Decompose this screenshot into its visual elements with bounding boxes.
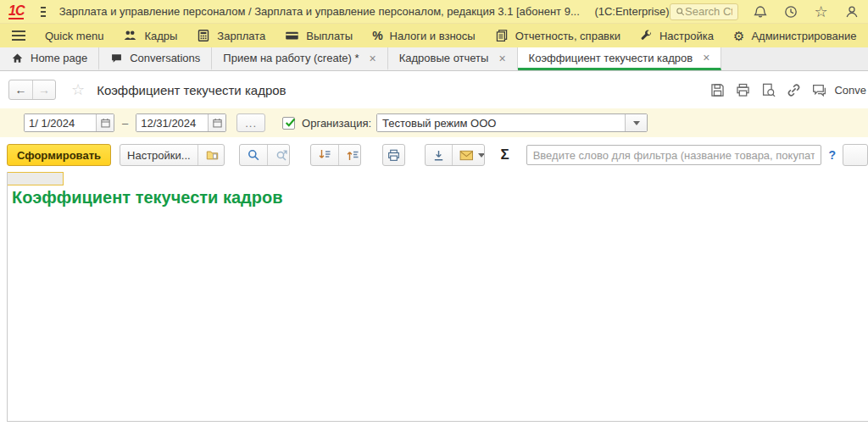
menu-item-kadry[interactable]: Кадры — [123, 29, 177, 42]
close-icon[interactable]: × — [370, 52, 376, 65]
organization-checkbox[interactable] — [282, 117, 295, 130]
quick-filter-input[interactable] — [526, 145, 822, 165]
period-from-field — [24, 113, 114, 132]
card-icon — [285, 29, 299, 42]
global-search[interactable] — [670, 3, 738, 20]
menu-item-nastroyka[interactable]: Настройка — [640, 30, 714, 42]
expand-groups-button[interactable] — [311, 145, 338, 165]
window-title-suffix: (1C:Enterprise) — [594, 5, 669, 18]
tab-kadrovye-otchety[interactable]: Кадровые отчеты × — [388, 47, 518, 70]
user-support-icon[interactable] — [843, 3, 860, 19]
period-from-input[interactable] — [25, 114, 96, 131]
expand-levels-icon — [318, 148, 331, 162]
conversations-icon[interactable] — [811, 82, 827, 98]
find-button[interactable] — [240, 145, 267, 165]
tab-conversations[interactable]: Conversations — [99, 47, 212, 70]
chevron-down-icon — [478, 153, 485, 158]
notifications-bell-icon[interactable] — [752, 3, 768, 19]
report-window-title: Коэффициент текучести кадров — [97, 83, 286, 97]
tab-koeffitsient-tekuchesti[interactable]: Коэффициент текучести кадров × — [518, 47, 722, 70]
navigation-buttons: ← → — [8, 80, 56, 100]
menu-item-quick-menu[interactable]: Quick menu — [45, 30, 103, 42]
tab-label: Conversations — [130, 52, 200, 64]
calendar-icon[interactable] — [208, 114, 225, 131]
menu-item-nalogi[interactable]: % Налоги и взносы — [372, 29, 476, 42]
settings-button[interactable]: Настройки... — [120, 145, 198, 165]
window-title: Зарплата и управление персоналом / Зарпл… — [59, 5, 670, 18]
find-next-button[interactable] — [267, 145, 290, 165]
global-search-input[interactable] — [685, 5, 732, 18]
selected-cell[interactable] — [8, 172, 64, 185]
chat-icon — [110, 53, 123, 64]
close-icon[interactable]: × — [498, 52, 505, 65]
save-file-button[interactable] — [426, 145, 452, 165]
report-variant-folder-icon — [205, 148, 220, 162]
sum-sigma-icon[interactable]: Σ — [500, 147, 509, 163]
settings-split-button: Настройки... — [120, 144, 225, 166]
link-icon[interactable] — [786, 82, 802, 98]
settings-label: Настройки... — [127, 149, 191, 162]
main-menu-icon[interactable] — [41, 7, 45, 17]
menu-label: Выплаты — [306, 30, 353, 42]
chevron-down-icon — [633, 121, 640, 125]
preview-icon[interactable] — [760, 82, 776, 98]
tab-label: Кадровые отчеты — [399, 52, 489, 64]
home-icon — [11, 53, 24, 64]
search-icon — [676, 6, 686, 18]
menu-label: Отчетность, справки — [515, 30, 620, 42]
tab-label: Home page — [31, 52, 87, 64]
search-icon — [247, 148, 260, 162]
menu-item-administrirovanie[interactable]: ⚙ Администрирование — [733, 30, 856, 42]
sections-menu-bar: Quick menu Кадры Зарплата Выплаты % Нало… — [0, 24, 868, 47]
period-more-button[interactable]: ... — [236, 113, 265, 132]
report-variants-button[interactable] — [198, 145, 225, 165]
favorites-star-icon[interactable]: ☆ — [813, 3, 829, 19]
report-window-header: ← → ☆ Коэффициент текучести кадров Conve — [0, 71, 868, 108]
envelope-icon — [459, 150, 474, 161]
menu-label: Администрирование — [751, 30, 856, 42]
search-next-icon — [275, 148, 288, 162]
report-header-actions: Conve — [709, 71, 866, 108]
1c-logo: 1С — [8, 3, 24, 19]
period-to-field — [136, 113, 226, 132]
menu-item-zarplata[interactable]: Зарплата — [197, 29, 265, 42]
gear-icon: ⚙ — [733, 30, 744, 42]
add-favorite-star-icon[interactable]: ☆ — [71, 80, 85, 99]
check-icon — [284, 116, 297, 129]
organization-dropdown-button[interactable] — [625, 114, 647, 131]
wrench-icon — [640, 30, 653, 42]
menu-item-vyplaty[interactable]: Выплаты — [285, 29, 353, 42]
grouping-button-group — [310, 144, 361, 166]
app-title-bar: 1С Зарплата и управление персоналом / За… — [0, 0, 868, 24]
report-action-bar: Сформировать Настройки... — [0, 141, 868, 169]
period-range-dash: – — [122, 117, 128, 130]
forward-button[interactable]: → — [32, 80, 55, 99]
send-email-button[interactable] — [452, 145, 485, 165]
print-report-button[interactable] — [382, 144, 405, 166]
back-button[interactable]: ← — [9, 80, 32, 99]
organization-combobox — [376, 113, 648, 132]
save-icon[interactable] — [709, 82, 726, 98]
edge-clipped-button[interactable] — [843, 144, 868, 166]
collapse-groups-button[interactable] — [338, 145, 361, 165]
calendar-icon[interactable] — [96, 114, 114, 131]
close-icon[interactable]: × — [703, 51, 709, 64]
report-spreadsheet-area[interactable]: Коэффициент текучести кадров — [7, 172, 868, 422]
report-filter-bar: – ... Организация: — [0, 108, 868, 137]
conversations-label[interactable]: Conve — [834, 84, 866, 97]
menu-label: Налоги и взносы — [390, 30, 476, 42]
download-icon — [432, 149, 445, 162]
menu-item-otchetnost[interactable]: Отчетность, справки — [495, 29, 620, 42]
menu-label: Quick menu — [45, 30, 103, 42]
menu-label: Настройка — [659, 30, 714, 42]
print-icon[interactable] — [735, 82, 751, 98]
help-button[interactable]: ? — [828, 148, 836, 162]
print-icon — [387, 148, 401, 163]
organization-input[interactable] — [377, 114, 625, 131]
sections-hamburger-icon[interactable] — [12, 30, 25, 41]
period-to-input[interactable] — [136, 114, 208, 131]
tab-home-page[interactable]: Home page — [0, 47, 99, 70]
history-icon[interactable] — [782, 3, 798, 19]
generate-report-button[interactable]: Сформировать — [7, 144, 111, 166]
tab-priem-na-rabotu[interactable]: Прием на работу (create) * × — [212, 47, 387, 70]
